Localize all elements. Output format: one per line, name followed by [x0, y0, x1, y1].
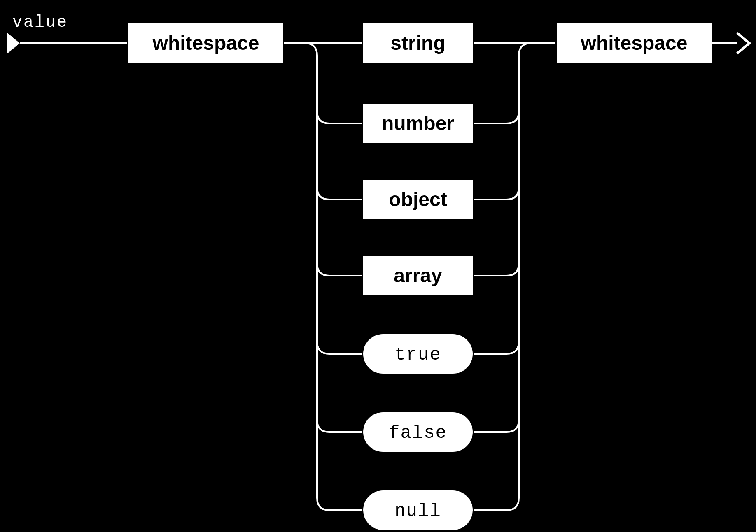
branch-connector-left	[317, 111, 362, 123]
node-whitespace-right-label: whitespace	[581, 32, 688, 54]
node-whitespace-left-label: whitespace	[152, 32, 259, 54]
branch-connector-left	[317, 498, 362, 510]
branch-connector-right	[474, 187, 519, 200]
diagram-title: value	[12, 13, 68, 32]
node-array-label: array	[394, 265, 442, 286]
branch-connector-left	[317, 420, 362, 432]
branch-right-trunk	[519, 43, 531, 498]
entry-arrow-icon	[7, 33, 20, 53]
node-null-label: null	[394, 501, 441, 521]
node-number-label: number	[382, 112, 454, 134]
node-false-label: false	[389, 423, 447, 443]
branch-connector-right	[474, 420, 519, 432]
node-object-label: object	[389, 188, 447, 210]
branch-connector-right	[474, 263, 519, 276]
node-string-label: string	[390, 32, 445, 54]
branch-left-trunk	[305, 43, 317, 498]
branch-connector-right	[474, 342, 519, 354]
branch-connector-left	[317, 342, 362, 354]
branch-connector-left	[317, 187, 362, 200]
branch-connector-left	[317, 263, 362, 276]
railroad-diagram: value whitespace string whitespace numbe…	[0, 0, 756, 532]
exit-arrow-icon	[737, 33, 749, 53]
svg-marker-0	[7, 33, 20, 53]
node-true-label: true	[394, 344, 441, 365]
branch-connector-right	[474, 111, 519, 123]
branch-connector-right	[474, 498, 519, 510]
